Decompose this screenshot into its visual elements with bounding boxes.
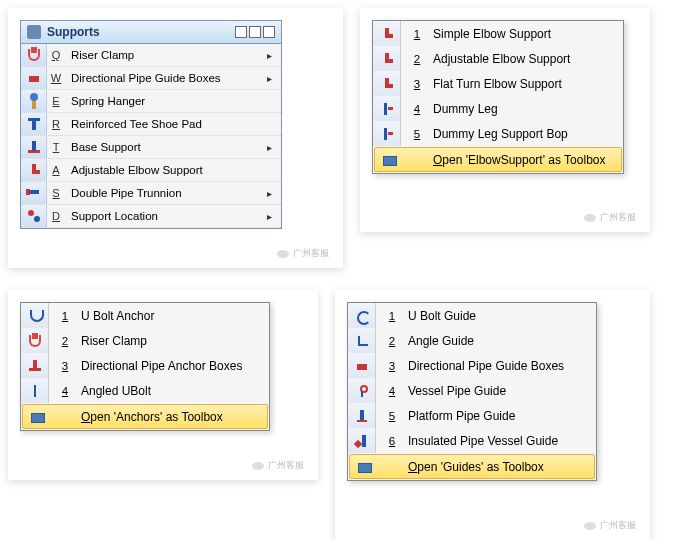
submenu-item[interactable]: 4Vessel Pipe Guide bbox=[348, 378, 596, 403]
menu-item-q[interactable]: QRiser Clamp▸ bbox=[21, 44, 281, 67]
submenu-label: Riser Clamp bbox=[75, 334, 269, 348]
wm-icon bbox=[584, 522, 596, 530]
submenu-item[interactable]: 2Riser Clamp bbox=[21, 328, 269, 353]
menu-label: Directional Pipe Guide Boxes bbox=[65, 72, 267, 84]
angle-icon bbox=[348, 328, 376, 353]
menu-label: Adjustable Elbow Support bbox=[65, 164, 267, 176]
submenu-label: Dummy Leg bbox=[427, 102, 623, 116]
dummy-icon bbox=[373, 96, 401, 121]
open-as-toolbox[interactable]: Open 'Guides' as Toolbox bbox=[349, 454, 595, 479]
view-mode-icons[interactable] bbox=[235, 26, 275, 38]
submenu-item[interactable]: 4Dummy Leg bbox=[373, 96, 623, 121]
menu-label: Support Location bbox=[65, 210, 267, 222]
wm-icon bbox=[277, 250, 289, 258]
platform-icon bbox=[348, 403, 376, 428]
spring-icon bbox=[21, 90, 47, 112]
tee-icon bbox=[21, 113, 47, 135]
folder-icon bbox=[23, 405, 51, 428]
submenu-item[interactable]: 4Angled UBolt bbox=[21, 378, 269, 403]
menu-label: Double Pipe Trunnion bbox=[65, 187, 267, 199]
submenu-label: Insulated Pipe Vessel Guide bbox=[402, 434, 596, 448]
submenu-item[interactable]: 1Simple Elbow Support bbox=[373, 21, 623, 46]
shortcut-number: 2 bbox=[407, 53, 427, 65]
shortcut-number: 2 bbox=[382, 335, 402, 347]
submenu-arrow-icon: ▸ bbox=[267, 142, 281, 153]
menu-label: Base Support bbox=[65, 141, 267, 153]
submenu-label: U Bolt Guide bbox=[402, 309, 596, 323]
view-large-icon[interactable] bbox=[235, 26, 247, 38]
menu-item-a[interactable]: AAdjustable Elbow Support bbox=[21, 159, 281, 182]
wm-icon bbox=[252, 462, 264, 470]
submenu-item[interactable]: 5Dummy Leg Support Bop bbox=[373, 121, 623, 146]
shortcut-number: 3 bbox=[407, 78, 427, 90]
submenu-item[interactable]: 1U Bolt Anchor bbox=[21, 303, 269, 328]
shortcut-number: 5 bbox=[407, 128, 427, 140]
angled-icon bbox=[21, 378, 49, 403]
submenu-label: Vessel Pipe Guide bbox=[402, 384, 596, 398]
submenu-item[interactable]: 3Directional Pipe Anchor Boxes bbox=[21, 353, 269, 378]
clamp-icon bbox=[21, 328, 49, 353]
shortcut-key: S bbox=[47, 187, 65, 199]
menu-item-d[interactable]: DSupport Location▸ bbox=[21, 205, 281, 228]
shortcut-number: 4 bbox=[55, 385, 75, 397]
menu-item-w[interactable]: WDirectional Pipe Guide Boxes▸ bbox=[21, 67, 281, 90]
shortcut-number: 1 bbox=[407, 28, 427, 40]
shortcut-number: 1 bbox=[55, 310, 75, 322]
open-as-toolbox[interactable]: Open 'Anchors' as Toolbox bbox=[22, 404, 268, 429]
submenu-label: Angle Guide bbox=[402, 334, 596, 348]
submenu-item[interactable]: 5Platform Pipe Guide bbox=[348, 403, 596, 428]
submenu-item[interactable]: 1U Bolt Guide bbox=[348, 303, 596, 328]
toolbox-label: Open 'Anchors' as Toolbox bbox=[51, 410, 267, 424]
supports-menu: QRiser Clamp▸WDirectional Pipe Guide Box… bbox=[21, 44, 281, 228]
elbow-icon bbox=[373, 21, 401, 46]
submenu-label: Platform Pipe Guide bbox=[402, 409, 596, 423]
elbow-icon bbox=[21, 159, 47, 181]
shortcut-number: 6 bbox=[382, 435, 402, 447]
view-list-icon[interactable] bbox=[249, 26, 261, 38]
submenu-item[interactable]: 2Adjustable Elbow Support bbox=[373, 46, 623, 71]
toolbox-label: Open 'ElbowSupport' as Toolbox bbox=[403, 153, 621, 167]
shortcut-key: Q bbox=[47, 49, 65, 61]
watermark: 广州客服 bbox=[252, 459, 304, 472]
folder-icon bbox=[350, 455, 378, 478]
menu-item-s[interactable]: SDouble Pipe Trunnion▸ bbox=[21, 182, 281, 205]
submenu-item[interactable]: 2Angle Guide bbox=[348, 328, 596, 353]
menu-item-e[interactable]: ESpring Hanger bbox=[21, 90, 281, 113]
submenu-arrow-icon: ▸ bbox=[267, 188, 281, 199]
pin-icon bbox=[21, 205, 47, 227]
submenu-label: Directional Pipe Anchor Boxes bbox=[75, 359, 269, 373]
shortcut-number: 1 bbox=[382, 310, 402, 322]
shortcut-number: 3 bbox=[55, 360, 75, 372]
submenu-label: U Bolt Anchor bbox=[75, 309, 269, 323]
shortcut-number: 4 bbox=[382, 385, 402, 397]
base-icon bbox=[21, 136, 47, 158]
shortcut-number: 4 bbox=[407, 103, 427, 115]
submenu-label: Simple Elbow Support bbox=[427, 27, 623, 41]
folder-icon bbox=[375, 148, 403, 171]
view-details-icon[interactable] bbox=[263, 26, 275, 38]
guide-icon bbox=[348, 303, 376, 328]
submenu-arrow-icon: ▸ bbox=[267, 73, 281, 84]
submenu-item[interactable]: 6Insulated Pipe Vessel Guide bbox=[348, 428, 596, 453]
vessel-icon bbox=[348, 378, 376, 403]
shortcut-number: 2 bbox=[55, 335, 75, 347]
submenu-label: Angled UBolt bbox=[75, 384, 269, 398]
elbow-support-submenu: 1Simple Elbow Support2Adjustable Elbow S… bbox=[372, 20, 624, 174]
guides-submenu: 1U Bolt Guide2Angle Guide3Directional Pi… bbox=[347, 302, 597, 481]
submenu-item[interactable]: 3Directional Pipe Guide Boxes bbox=[348, 353, 596, 378]
menu-item-t[interactable]: TBase Support▸ bbox=[21, 136, 281, 159]
box-icon bbox=[21, 67, 47, 89]
wm-icon bbox=[584, 214, 596, 222]
open-as-toolbox[interactable]: Open 'ElbowSupport' as Toolbox bbox=[374, 147, 622, 172]
shortcut-key: W bbox=[47, 72, 65, 84]
shortcut-key: A bbox=[47, 164, 65, 176]
shortcut-key: R bbox=[47, 118, 65, 130]
panel-header: Supports bbox=[21, 21, 281, 44]
submenu-item[interactable]: 3Flat Turn Elbow Support bbox=[373, 71, 623, 96]
shortcut-number: 5 bbox=[382, 410, 402, 422]
menu-label: Spring Hanger bbox=[65, 95, 267, 107]
panel-title: Supports bbox=[47, 25, 235, 39]
clamp-icon bbox=[21, 44, 47, 66]
menu-item-r[interactable]: RReinforced Tee Shoe Pad bbox=[21, 113, 281, 136]
submenu-label: Flat Turn Elbow Support bbox=[427, 77, 623, 91]
